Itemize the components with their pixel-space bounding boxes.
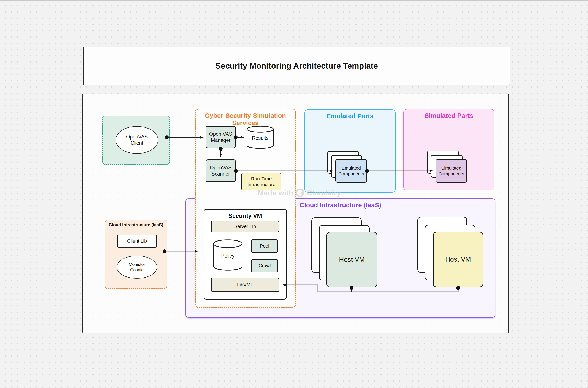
node-simulated-components[interactable]: Simulated Components <box>435 159 467 183</box>
emulated-components-label: Emulated Components <box>338 165 364 177</box>
page-top-strip <box>0 0 588 1</box>
openvas-client-label: OpenVAS Client <box>126 134 148 146</box>
cloudairy-logo-icon <box>296 189 304 197</box>
node-host-vm-green[interactable]: Host VM <box>326 232 377 288</box>
node-server-lib[interactable]: Server Lib <box>211 221 279 232</box>
node-policy[interactable]: Policy <box>213 239 242 271</box>
node-pool[interactable]: Pool <box>251 239 278 253</box>
node-runtime-infrastructure[interactable]: Run-Time Infrastructure <box>241 173 281 191</box>
host-vm-green-label: Host VM <box>339 256 365 264</box>
results-label: Results <box>247 126 274 149</box>
open-vas-manager-label: Open VAS Manager <box>209 131 232 144</box>
libvml-label: LibVML <box>237 282 253 288</box>
monistor-cosole-label: Monistor Cosole <box>129 262 145 273</box>
emulated-parts-title: Emulated Parts <box>305 112 395 120</box>
security-vm-title: Security VM <box>204 213 286 219</box>
node-libvml[interactable]: LibVML <box>211 278 279 292</box>
host-vm-yellow-label: Host VM <box>445 255 471 264</box>
crawl-label: Crawl <box>259 263 270 269</box>
server-lib-label: Server Lib <box>234 223 256 229</box>
simulated-parts-title: Simulated Parts <box>404 112 494 119</box>
client-lib-label: Client Lib <box>127 238 147 244</box>
node-emulated-components[interactable]: Emulated Components <box>335 159 367 183</box>
cyber-security-title: Cyber-Security Simulation Services <box>196 112 295 127</box>
simulated-components-label: Simulated Components <box>438 165 464 177</box>
node-monistor-cosole[interactable]: Monistor Cosole <box>117 256 157 279</box>
runtime-infrastructure-label: Run-Time Infrastructure <box>247 176 275 188</box>
node-openvas-scanner[interactable]: OpenVAS Scanner <box>206 159 236 182</box>
title-box[interactable]: Security Monitoring Architecture Templat… <box>83 47 510 85</box>
node-open-vas-manager[interactable]: Open VAS Manager <box>206 126 236 148</box>
node-host-vm-yellow[interactable]: Host VM <box>433 232 483 287</box>
node-crawl[interactable]: Crawl <box>251 259 278 272</box>
pool-label: Pool <box>260 243 269 249</box>
page-title: Security Monitoring Architecture Templat… <box>83 47 510 85</box>
watermark-brand: Cloudairy <box>307 189 341 197</box>
openvas-scanner-label: OpenVAS Scanner <box>210 165 232 177</box>
policy-label: Policy <box>213 239 242 271</box>
node-client-lib[interactable]: Client Lib <box>117 235 157 248</box>
node-openvas-client[interactable]: OpenVAS Client <box>115 126 158 154</box>
cloud-infrastructure-left-title: Cloud Infrastructure (IaaS) <box>105 222 167 227</box>
node-results[interactable]: Results <box>247 126 274 149</box>
